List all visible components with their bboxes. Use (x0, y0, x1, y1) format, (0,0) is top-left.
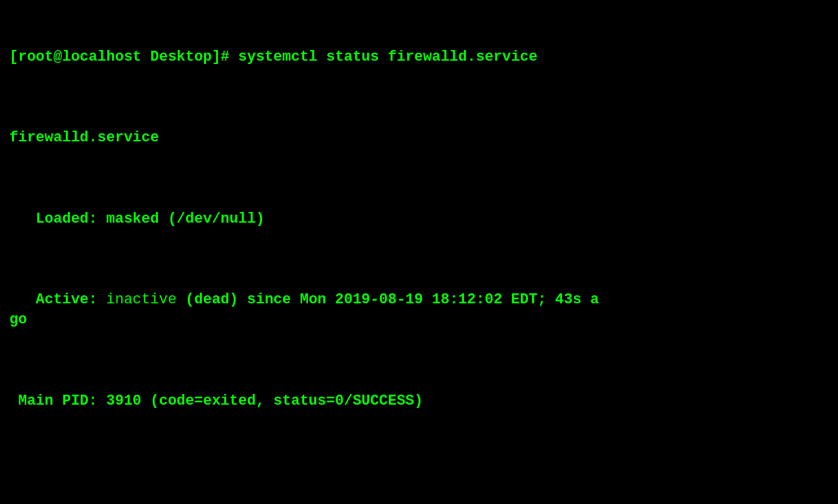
terminal-output: [root@localhost Desktop]# systemctl stat… (9, 7, 829, 504)
line-1: [root@localhost Desktop]# systemctl stat… (9, 47, 829, 67)
line-4: Active: inactive (dead) since Mon 2019-0… (9, 290, 829, 331)
line-3: Loaded: masked (/dev/null) (9, 209, 829, 229)
inactive-status: inactive (106, 291, 177, 308)
line-2: firewalld.service (9, 128, 829, 148)
line-5: Main PID: 3910 (code=exited, status=0/SU… (9, 391, 829, 411)
